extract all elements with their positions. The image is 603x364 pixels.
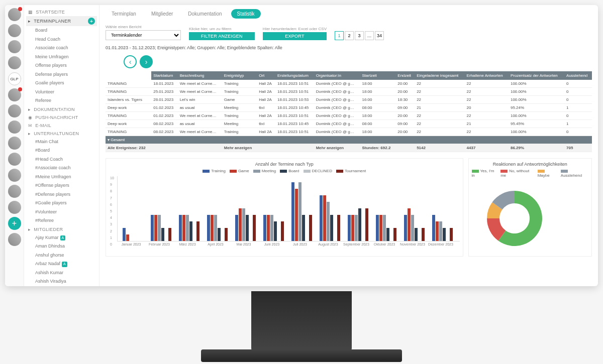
add-plan-icon[interactable]: + bbox=[88, 18, 95, 25]
bar bbox=[393, 228, 396, 241]
nav-dokumentation[interactable]: ▸ DOKUMENTATION bbox=[26, 105, 97, 113]
col-header[interactable]: Erhaltene Antworten bbox=[465, 71, 509, 80]
col-header[interactable]: Startdatum bbox=[151, 71, 177, 80]
col-header[interactable]: Erstellungsdatum bbox=[275, 71, 314, 80]
sidebar-item[interactable]: Ajay KumarA bbox=[26, 233, 97, 242]
table-row[interactable]: TRAINING01.02.2023We meet at Corne…Train… bbox=[106, 112, 592, 120]
page-3[interactable]: 3 bbox=[355, 31, 364, 40]
sidebar-item[interactable]: #Goalie players bbox=[26, 199, 97, 208]
col-header[interactable]: Ereignistyp bbox=[222, 71, 257, 80]
bar bbox=[379, 215, 382, 241]
page-…[interactable]: … bbox=[365, 31, 374, 40]
sidebar: ▦ STARTSEITE ▸ TERMINPLANER+ BoardHead C… bbox=[24, 5, 99, 286]
filter-button[interactable]: FILTER ANZEIGEN bbox=[189, 32, 255, 40]
tab-statistik[interactable]: Statistik bbox=[231, 9, 261, 19]
col-header[interactable]: Beschreibung bbox=[178, 71, 222, 80]
workspace-avatar[interactable] bbox=[8, 185, 21, 198]
table-row[interactable]: Islanders vs. Tigers28.01.2023Let's winG… bbox=[106, 96, 592, 104]
table-row[interactable]: Deep work08.02.2023as usualMeetingtbd18.… bbox=[106, 120, 592, 128]
table-row[interactable]: TRAINING08.02.2023We meet at Corne…Train… bbox=[106, 128, 592, 136]
total-row[interactable]: ▾ Gesamt bbox=[106, 136, 592, 144]
sidebar-item[interactable]: Associate coach bbox=[26, 44, 97, 53]
tab-terminplan[interactable]: Terminplan bbox=[106, 9, 142, 19]
sidebar-item[interactable]: Meine Umfragen bbox=[26, 53, 97, 62]
workspace-avatar[interactable] bbox=[8, 40, 21, 53]
sidebar-item[interactable]: Head Coach bbox=[26, 35, 97, 44]
bar bbox=[158, 215, 161, 241]
page-1[interactable]: 1 bbox=[335, 31, 344, 40]
legend-declined: DECLINED bbox=[304, 169, 332, 173]
nav-push[interactable]: ◉ PUSH-NACHRICHT bbox=[26, 113, 97, 122]
page-2[interactable]: 2 bbox=[345, 31, 354, 40]
add-workspace-button[interactable]: + bbox=[8, 217, 21, 230]
sidebar-item[interactable]: Offense players bbox=[26, 61, 97, 70]
report-select[interactable]: Terminkalender bbox=[106, 30, 181, 40]
nav-mitglieder[interactable]: ▸ MITGLIEDER bbox=[26, 225, 97, 233]
sidebar-item[interactable]: Defense players bbox=[26, 70, 97, 79]
tab-mitglieder[interactable]: Mitglieder bbox=[145, 9, 179, 19]
legend-game: Game bbox=[230, 169, 249, 173]
workspace-avatar[interactable] bbox=[8, 233, 21, 246]
sidebar-item[interactable]: #Head Coach bbox=[26, 155, 97, 164]
sidebar-item[interactable]: Ashish Viradiya bbox=[26, 277, 97, 286]
workspace-avatar[interactable] bbox=[8, 8, 21, 21]
table-row[interactable]: TRAINING18.01.2023We meet at Corne…Train… bbox=[106, 80, 592, 88]
bar bbox=[365, 208, 368, 241]
sidebar-item[interactable]: #Associate coach bbox=[26, 164, 97, 173]
tab-dokumentation[interactable]: Dokumentation bbox=[182, 9, 228, 19]
workspace-avatar[interactable] bbox=[8, 88, 21, 101]
workspace-avatar[interactable] bbox=[8, 24, 21, 37]
table-row[interactable]: TRAINING25.01.2023We meet at Corne…Train… bbox=[106, 88, 592, 96]
sidebar-item[interactable]: Goalie players bbox=[26, 79, 97, 88]
sidebar-item[interactable]: #Offense players bbox=[26, 181, 97, 190]
col-header[interactable]: Organisator:in bbox=[314, 71, 360, 80]
col-header[interactable]: Startzeit bbox=[360, 71, 395, 80]
nav-email[interactable]: ✉ E-MAIL bbox=[26, 122, 97, 130]
sidebar-item[interactable]: #Referee bbox=[26, 216, 97, 225]
workspace-avatar[interactable] bbox=[8, 169, 21, 182]
col-header[interactable]: Eingeladene insgesamt bbox=[415, 71, 464, 80]
prev-page-arrow[interactable]: ‹ bbox=[124, 55, 137, 68]
sidebar-item[interactable]: Volunteer bbox=[26, 88, 97, 97]
col-header[interactable]: Endzeit bbox=[395, 71, 415, 80]
bar bbox=[270, 215, 273, 241]
bar bbox=[281, 221, 284, 241]
workspace-avatar[interactable] bbox=[8, 153, 21, 166]
next-page-arrow[interactable]: › bbox=[140, 55, 153, 68]
bar bbox=[450, 228, 453, 241]
col-header[interactable]: Ausstehend bbox=[564, 71, 592, 80]
workspace-avatar[interactable] bbox=[8, 56, 21, 69]
sidebar-item[interactable]: Ashvin Ajadiya bbox=[26, 286, 97, 287]
nav-startseite[interactable]: ▦ STARTSEITE bbox=[26, 8, 97, 16]
sidebar-item[interactable]: Arbaz NadafA bbox=[26, 260, 97, 269]
workspace-avatar[interactable] bbox=[8, 201, 21, 214]
page-34[interactable]: 34 bbox=[375, 31, 384, 40]
bar-chart-legend: Training Game Meeting Board DECLINED Tou… bbox=[109, 169, 460, 173]
sidebar-item[interactable]: Anshul ghorse bbox=[26, 251, 97, 260]
bar bbox=[422, 228, 425, 241]
sidebar-item[interactable]: #Board bbox=[26, 146, 97, 155]
col-header[interactable]: Prozentsatz der Antworten bbox=[509, 71, 564, 80]
sidebar-item[interactable]: #Main Chat bbox=[26, 138, 97, 147]
sidebar-item[interactable]: Ashish Kumar bbox=[26, 269, 97, 278]
sidebar-item[interactable]: #Volunteer bbox=[26, 208, 97, 217]
sidebar-item[interactable]: #Meine Umfragen bbox=[26, 173, 97, 182]
workspace-avatar[interactable] bbox=[8, 104, 21, 117]
nav-terminplaner[interactable]: ▸ TERMINPLANER+ bbox=[26, 16, 97, 26]
table-row[interactable]: Deep work01.02.2023as usualMeetingtbd18.… bbox=[106, 104, 592, 112]
legend-tournament: Tournament bbox=[336, 169, 366, 173]
export-button[interactable]: EXPORT bbox=[263, 32, 327, 40]
workspace-avatar[interactable]: GLP bbox=[8, 72, 21, 85]
sidebar-item[interactable]: Referee bbox=[26, 96, 97, 105]
col-header[interactable]: Ort bbox=[257, 71, 275, 80]
x-label: März 2023 bbox=[173, 242, 202, 246]
bar-chart-card: Anzahl der Termine nach Typ Training Gam… bbox=[106, 158, 463, 257]
bar bbox=[154, 215, 157, 241]
workspace-avatar[interactable] bbox=[8, 137, 21, 150]
bar bbox=[439, 221, 442, 241]
workspace-avatar[interactable] bbox=[8, 120, 21, 134]
sidebar-item[interactable]: Aman Dhindsa bbox=[26, 242, 97, 251]
nav-unterhaltungen[interactable]: ▸ UNTERHALTUNGEN bbox=[26, 130, 97, 138]
sidebar-item[interactable]: #Defense players bbox=[26, 190, 97, 199]
sidebar-item[interactable]: Board bbox=[26, 26, 97, 35]
